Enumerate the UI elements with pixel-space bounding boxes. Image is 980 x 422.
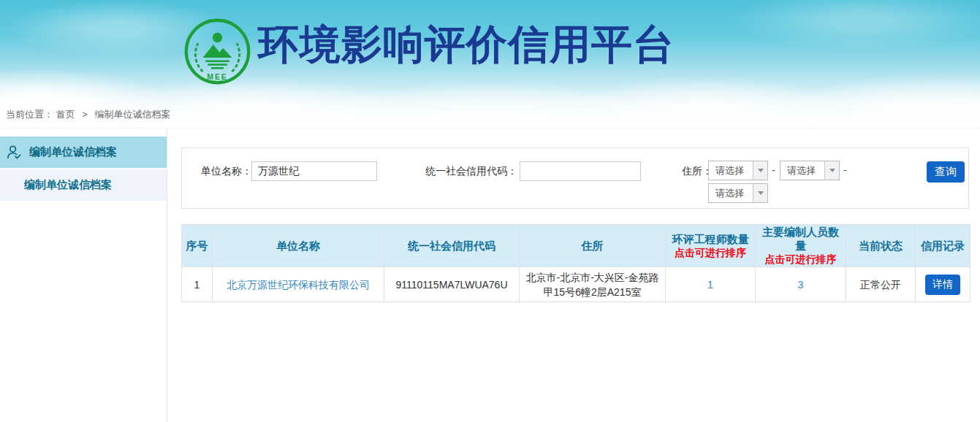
mee-logo: MEE [183,17,252,86]
breadcrumb-separator: > [82,109,88,120]
district-select[interactable]: 请选择 [708,183,768,203]
sidebar-subitem-label: 编制单位诚信档案 [24,178,112,192]
city-select-value: 请选择 [780,164,824,177]
province-select[interactable]: 请选择 [708,161,768,180]
table-row: 1 北京万源世纪环保科技有限公司 91110115MA7LWUA76U 北京市-… [182,267,970,302]
main-content: 单位名称： 统一社会信用代码： 住所： 请选择 - 请选择 - 请选择 查询 [167,128,980,422]
chevron-down-icon [824,161,839,180]
col-header-engineer-count-sort[interactable]: 环评工程师数量 点击可进行排序 [666,225,756,267]
cell-index: 1 [182,267,213,302]
chevron-down-icon [753,184,767,202]
site-title: 环境影响评价信用平台 [258,24,675,65]
dash-separator: - [843,164,847,176]
unit-name-label: 单位名称： [201,165,252,178]
cell-credit-record: 详情 [916,267,970,302]
cell-staff-count: 3 [756,267,846,302]
breadcrumb: 当前位置： 首页 > 编制单位诚信档案 [6,108,170,121]
col-header-address: 住所 [520,225,666,267]
col-header-unit-name: 单位名称 [213,225,384,267]
sort-hint: 点击可进行排序 [757,253,844,266]
detail-button[interactable]: 详情 [925,275,960,295]
sidebar-subitem-unit-credit-archive[interactable]: 编制单位诚信档案 [0,169,167,201]
cell-address: 北京市-北京市-大兴区-金苑路甲15号6幢2层A215室 [520,267,666,302]
city-select[interactable]: 请选择 [780,161,840,180]
search-panel: 单位名称： 统一社会信用代码： 住所： 请选择 - 请选择 - 请选择 查询 [181,147,969,209]
query-button[interactable]: 查询 [927,161,965,183]
credit-code-label: 统一社会信用代码： [425,165,517,178]
unit-name-link[interactable]: 北京万源世纪环保科技有限公司 [227,279,370,291]
table-header-row: 序号 单位名称 统一社会信用代码 住所 环评工程师数量 点击可进行排序 主要编制… [182,225,970,267]
mee-logo-text: MEE [207,73,227,81]
cell-credit-code: 91110115MA7LWUA76U [384,267,520,302]
sidebar-item-unit-credit-archive[interactable]: 编制单位诚信档案 [0,137,167,168]
breadcrumb-prefix: 当前位置： [6,109,53,120]
col-header-index: 序号 [182,225,213,267]
dash-separator: - [772,164,775,176]
cell-unit-name: 北京万源世纪环保科技有限公司 [213,267,384,302]
col-header-staff-count-sort[interactable]: 主要编制人员数量 点击可进行排序 [756,225,846,267]
col-header-credit-record: 信用记录 [916,225,970,267]
site-header: MEE 环境影响评价信用平台 当前位置： 首页 > 编制单位诚信档案 [0,0,980,128]
sort-hint: 点击可进行排序 [667,246,753,260]
credit-code-input[interactable] [520,161,641,181]
col-header-status: 当前状态 [846,225,916,267]
engineer-count-link[interactable]: 1 [707,279,713,291]
cell-status: 正常公开 [846,267,916,302]
district-select-value: 请选择 [709,187,753,200]
user-check-icon [6,144,23,161]
results-table: 序号 单位名称 统一社会信用代码 住所 环评工程师数量 点击可进行排序 主要编制… [181,224,970,302]
breadcrumb-current: 编制单位诚信档案 [94,109,170,120]
sidebar: 编制单位诚信档案 编制单位诚信档案 [0,128,167,422]
sidebar-item-label: 编制单位诚信档案 [29,145,117,159]
unit-name-input[interactable] [251,161,377,181]
chevron-down-icon [753,161,767,180]
col-header-credit-code: 统一社会信用代码 [384,225,520,267]
cell-engineer-count: 1 [666,267,756,302]
breadcrumb-home-link[interactable]: 首页 [56,109,75,120]
province-select-value: 请选择 [709,164,753,177]
staff-count-link[interactable]: 3 [798,279,804,291]
